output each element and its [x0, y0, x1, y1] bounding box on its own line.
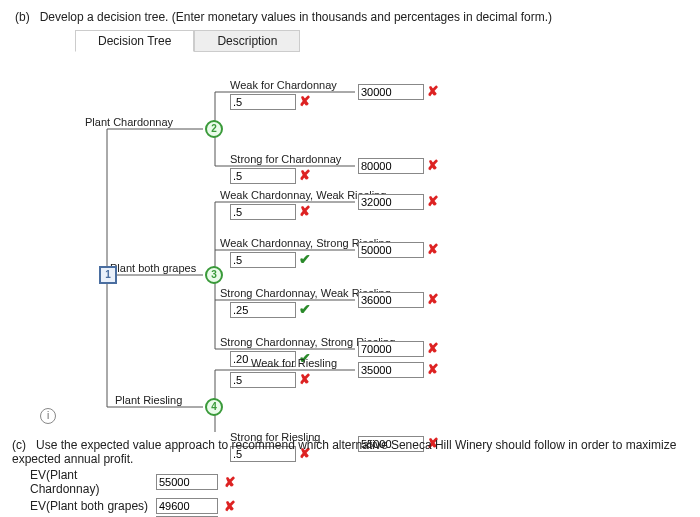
mark-prob-strong-chard: ✘ [299, 167, 311, 183]
decision-tree: Plant Chardonnay Plant both grapes Plant… [55, 52, 685, 422]
ev-chard-label: EV(Plant Chardonnay) [30, 468, 150, 496]
chance-node-2: 2 [205, 120, 223, 138]
mark-payoff-weak-chard: ✘ [427, 83, 439, 99]
part-c-prompt: Use the expected value approach to recom… [12, 438, 676, 466]
decision-node-1: 1 [99, 266, 117, 284]
ev-chard-input[interactable] [156, 474, 218, 490]
part-b-label: (b) [15, 10, 30, 24]
prob-weak-chard[interactable] [230, 94, 296, 110]
mark-payoff-sc-sr: ✘ [427, 340, 439, 356]
mark-ev-chard: ✘ [224, 474, 236, 490]
label-plant-riesling: Plant Riesling [115, 394, 182, 406]
mark-prob-weak-chard: ✘ [299, 93, 311, 109]
mark-prob-wc-sr: ✔ [299, 251, 311, 267]
mark-prob-weak-ries: ✘ [299, 371, 311, 387]
label-weak-chard: Weak for Chardonnay [230, 79, 337, 91]
tabs: Decision Tree Description [75, 30, 685, 52]
payoff-wc-sr[interactable] [358, 242, 424, 258]
ev-both-input[interactable] [156, 498, 218, 514]
info-icon[interactable]: i [40, 408, 56, 424]
label-plant-chardonnay: Plant Chardonnay [85, 116, 173, 128]
mark-payoff-wc-sr: ✘ [427, 241, 439, 257]
mark-payoff-sc-wr: ✘ [427, 291, 439, 307]
label-strong-chard: Strong for Chardonnay [230, 153, 341, 165]
mark-payoff-weak-ries: ✘ [427, 361, 439, 377]
ev-both-label: EV(Plant both grapes) [30, 499, 150, 513]
tab-decision-tree[interactable]: Decision Tree [75, 30, 194, 52]
prob-wc-sr[interactable] [230, 252, 296, 268]
chance-node-3: 3 [205, 266, 223, 284]
part-b-prompt: Develop a decision tree. (Enter monetary… [40, 10, 552, 24]
payoff-wc-wr[interactable] [358, 194, 424, 210]
prob-wc-wr[interactable] [230, 204, 296, 220]
prob-strong-chard[interactable] [230, 168, 296, 184]
payoff-sc-wr[interactable] [358, 292, 424, 308]
payoff-strong-chard[interactable] [358, 158, 424, 174]
prob-weak-ries[interactable] [230, 372, 296, 388]
mark-prob-sc-wr: ✔ [299, 301, 311, 317]
tab-description[interactable]: Description [194, 30, 300, 52]
part-c-label: (c) [12, 438, 26, 452]
mark-payoff-wc-wr: ✘ [427, 193, 439, 209]
label-weak-ries: Weak for Riesling [251, 357, 337, 369]
mark-prob-wc-wr: ✘ [299, 203, 311, 219]
label-plant-both: Plant both grapes [110, 262, 196, 274]
prob-sc-wr[interactable] [230, 302, 296, 318]
mark-payoff-strong-chard: ✘ [427, 157, 439, 173]
chance-node-4: 4 [205, 398, 223, 416]
payoff-sc-sr[interactable] [358, 341, 424, 357]
payoff-weak-chard[interactable] [358, 84, 424, 100]
mark-ev-both: ✘ [224, 498, 236, 514]
payoff-weak-ries[interactable] [358, 362, 424, 378]
